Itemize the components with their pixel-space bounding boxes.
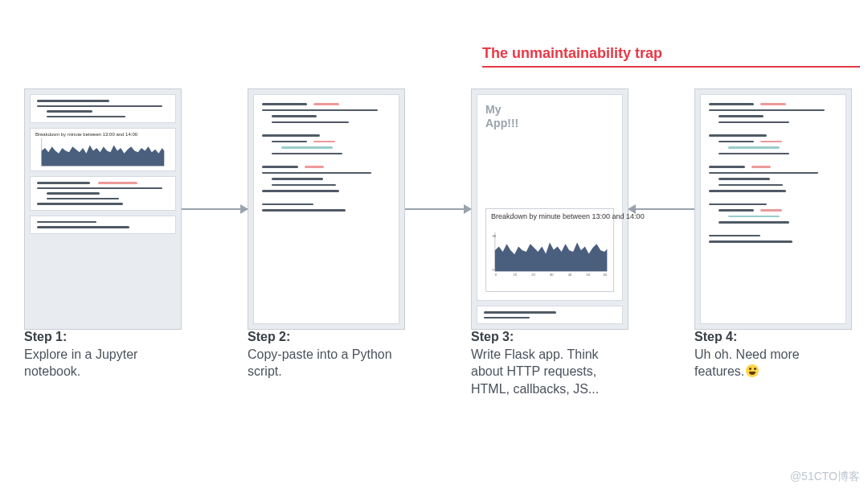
code-line: [37, 221, 96, 224]
panel-step-4: [694, 88, 852, 330]
code-line: [262, 190, 339, 192]
notebook-chart: Breakdown by minute between 13:00 and 14…: [30, 128, 176, 171]
svg-text:10: 10: [514, 273, 518, 277]
code-line: [719, 209, 754, 212]
code-line: [719, 121, 789, 124]
code-line: [760, 103, 786, 105]
panel-step-3: My App!!! Breakdown by minute between 13…: [471, 88, 628, 330]
code-line: [47, 198, 119, 200]
caption-step-1: Step 1: Explore in a Jupyter notebook.: [24, 328, 182, 397]
code-line: [262, 209, 346, 212]
code-cell: [477, 306, 623, 324]
code-line: [272, 184, 336, 187]
area-chart-icon: [35, 138, 170, 167]
notebook-cell: [30, 94, 176, 123]
code-line: [262, 203, 313, 206]
code-line: [272, 153, 342, 155]
app-title-line: App!!!: [485, 117, 518, 129]
code-line: [728, 216, 780, 218]
grimace-emoji-icon: [746, 364, 759, 377]
code-line: [484, 311, 556, 314]
code-line: [709, 103, 754, 105]
code-line: [272, 121, 349, 124]
code-line: [305, 166, 324, 168]
code-line: [262, 134, 320, 137]
step-label: Step 4:: [694, 330, 737, 343]
code-line: [37, 187, 162, 190]
code-line: [262, 103, 307, 105]
code-line: [262, 166, 298, 168]
code-line: [47, 116, 125, 118]
arrow-icon: [628, 208, 694, 210]
svg-text:40: 40: [568, 273, 572, 277]
code-line: [719, 178, 770, 180]
code-line: [313, 141, 335, 143]
app-title: My App!!!: [485, 103, 614, 130]
code-line: [719, 184, 783, 187]
code-line: [719, 153, 789, 155]
watermark: @51CTO博客: [790, 470, 860, 484]
code-line: [37, 100, 109, 102]
svg-text:30: 30: [550, 273, 554, 277]
code-line: [751, 166, 771, 168]
app-chart: Breakdown by minute between 13:00 and 14…: [485, 208, 614, 292]
svg-text:20: 20: [531, 273, 535, 277]
notebook-cell: [30, 176, 176, 211]
code-line: [719, 115, 764, 117]
chart-title: Breakdown by minute between 13:00 and 14…: [35, 132, 170, 137]
code-line: [728, 146, 780, 149]
code-line: [760, 209, 782, 212]
code-line: [47, 192, 100, 195]
code-line: [313, 103, 339, 105]
trap-underline: [482, 66, 860, 68]
code-line: [709, 240, 792, 243]
code-line: [709, 203, 767, 206]
code-line: [484, 317, 530, 319]
step-text: Explore in a Jupyter notebook.: [24, 347, 137, 379]
code-line: [37, 182, 90, 184]
code-line: [272, 178, 323, 180]
trap-heading: The unmaintainability trap: [482, 45, 662, 62]
arrow-icon: [405, 208, 471, 210]
step-label: Step 1:: [24, 330, 67, 343]
svg-text:50: 50: [586, 273, 590, 277]
chart-title: Breakdown by minute between 13:00 and 14…: [491, 212, 608, 220]
captions-row: Step 1: Explore in a Jupyter notebook. S…: [24, 328, 852, 397]
arrow-icon: [182, 208, 248, 210]
caption-step-2: Step 2: Copy-paste into a Python script.: [248, 328, 405, 397]
svg-text:0: 0: [495, 273, 497, 277]
code-line: [719, 141, 754, 143]
code-line: [709, 172, 818, 175]
caption-step-4: Step 4: Uh oh. Need more features.: [694, 328, 852, 397]
area-chart-icon: 30 0 0102030405060: [491, 222, 608, 288]
panels-row: Breakdown by minute between 13:00 and 14…: [24, 80, 852, 338]
code-line: [37, 226, 129, 228]
step-label: Step 3:: [471, 330, 514, 343]
svg-text:60: 60: [604, 273, 608, 277]
svg-text:30: 30: [493, 234, 497, 238]
code-line: [709, 109, 825, 112]
code-line: [272, 141, 307, 143]
code-line: [709, 166, 745, 168]
code-line: [709, 235, 760, 237]
code-line: [281, 146, 333, 149]
step-text: Copy-paste into a Python script.: [248, 347, 392, 379]
app-title-line: My: [485, 103, 501, 116]
code-line: [37, 105, 162, 108]
code-line: [47, 110, 92, 113]
caption-step-3: Step 3: Write Flask app. Think about HTT…: [471, 328, 628, 397]
code-line: [98, 182, 137, 184]
code-line: [760, 141, 782, 143]
code-line: [262, 172, 371, 175]
svg-text:0: 0: [493, 268, 495, 272]
code-line: [262, 109, 378, 112]
code-line: [709, 190, 786, 192]
code-line: [719, 221, 789, 224]
flask-app-browser: My App!!! Breakdown by minute between 13…: [477, 94, 623, 301]
step-label: Step 2:: [248, 330, 290, 343]
script-file: [700, 94, 846, 324]
step-text: Write Flask app. Think about HTTP reques…: [471, 347, 599, 396]
code-line: [272, 115, 317, 117]
code-line: [709, 134, 767, 137]
code-line: [37, 203, 123, 205]
